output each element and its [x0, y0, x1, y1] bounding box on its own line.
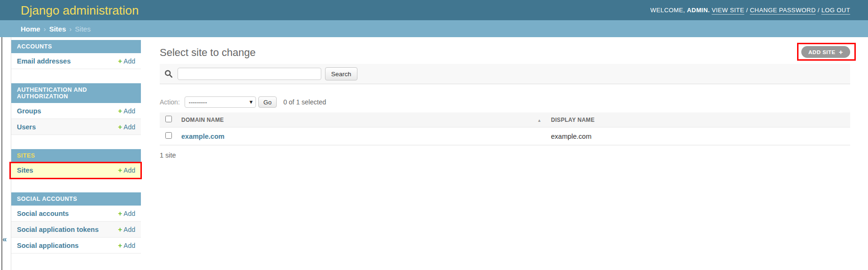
view-site-link[interactable]: VIEW SITE: [712, 7, 744, 14]
plus-icon: +: [118, 57, 122, 65]
sidebar-item-groups: Groups+Add: [11, 103, 141, 119]
model-link-social-accounts[interactable]: Social accounts: [17, 210, 69, 217]
sidebar-module-authentication-and-authorization: AUTHENTICATION AND AUTHORIZATIONGroups+A…: [11, 83, 141, 135]
main-content: Select site to change ADD SITE + Search …: [141, 37, 868, 270]
sidebar-item-social-accounts: Social accounts+Add: [11, 206, 141, 222]
add-link-social-application-tokens[interactable]: +Add: [118, 225, 135, 233]
plus-icon: +: [118, 241, 122, 249]
result-count: 1 site: [160, 151, 850, 159]
model-link-sites[interactable]: Sites: [17, 167, 33, 174]
app-header: Django administration WELCOME, ADMIN. VI…: [0, 0, 868, 20]
breadcrumb-sites-app[interactable]: Sites: [49, 25, 66, 33]
column-header-domain-name[interactable]: DOMAIN NAME ▲: [177, 112, 546, 127]
module-header-social-accounts: SOCIAL ACCOUNTS: [11, 192, 141, 206]
change-password-link[interactable]: CHANGE PASSWORD: [750, 7, 816, 14]
welcome-label: WELCOME,: [651, 7, 685, 14]
log-out-link[interactable]: LOG OUT: [822, 7, 850, 14]
actions-row: Action: --------- ▾ Go 0 of 1 selected: [160, 96, 850, 108]
add-site-button[interactable]: ADD SITE +: [801, 46, 850, 58]
sidebar-toggle-rail: «: [0, 37, 11, 270]
plus-icon: +: [118, 209, 122, 217]
sidebar-module-sites: SITESSites+Add: [11, 149, 141, 178]
model-link-users[interactable]: Users: [17, 123, 36, 131]
display-name-cell: example.com: [546, 127, 850, 145]
sidebar-collapse-icon[interactable]: «: [2, 235, 7, 243]
search-icon: [164, 70, 173, 78]
breadcrumb: Home › Sites › Sites: [0, 20, 868, 37]
add-site-label: ADD SITE: [808, 49, 836, 55]
sidebar-module-social-accounts: SOCIAL ACCOUNTSSocial accounts+AddSocial…: [11, 192, 141, 254]
sidebar-item-sites: Sites+Add: [11, 162, 141, 178]
add-link-sites[interactable]: +Add: [118, 166, 135, 174]
model-link-email-addresses[interactable]: Email addresses: [17, 57, 70, 65]
domain-name-cell: example.com: [177, 127, 546, 145]
sidebar-item-social-applications: Social applications+Add: [11, 238, 141, 254]
domain-name-link[interactable]: example.com: [181, 133, 225, 140]
action-label: Action:: [160, 98, 180, 106]
select-all-checkbox[interactable]: [165, 116, 172, 122]
user-tools: WELCOME, ADMIN. VIEW SITE/CHANGE PASSWOR…: [651, 7, 850, 14]
action-select[interactable]: ---------: [185, 96, 256, 108]
page-title: Select site to change: [160, 47, 256, 58]
nav-sidebar: ACCOUNTSEmail addresses+AddAUTHENTICATIO…: [11, 37, 141, 270]
plus-icon: +: [839, 48, 843, 56]
table-header-row: DOMAIN NAME ▲ DISPLAY NAME: [160, 112, 850, 127]
module-header-accounts: ACCOUNTS: [11, 40, 141, 53]
object-tools: ADD SITE +: [801, 46, 850, 58]
add-link-social-applications[interactable]: +Add: [118, 241, 135, 249]
action-counter: 0 of 1 selected: [283, 98, 326, 106]
table-row: example.comexample.com: [160, 127, 850, 145]
plus-icon: +: [118, 107, 122, 115]
breadcrumb-separator: ›: [70, 25, 72, 33]
sidebar-item-users: Users+Add: [11, 119, 141, 135]
column-header-display-name[interactable]: DISPLAY NAME: [546, 112, 850, 127]
username: ADMIN.: [687, 7, 710, 14]
row-checkbox-cell: [160, 127, 177, 145]
model-link-social-applications[interactable]: Social applications: [17, 242, 78, 249]
sidebar-item-social-application-tokens: Social application tokens+Add: [11, 222, 141, 238]
site-title-link[interactable]: Django administration: [21, 4, 139, 16]
select-all-header-cell: [160, 112, 177, 127]
result-table: DOMAIN NAME ▲ DISPLAY NAME example.comex…: [160, 112, 850, 145]
breadcrumb-separator: ›: [44, 25, 46, 33]
module-header-authentication-and-authorization: AUTHENTICATION AND AUTHORIZATION: [11, 83, 141, 103]
plus-icon: +: [118, 123, 122, 131]
add-link-users[interactable]: +Add: [118, 123, 135, 131]
row-checkbox[interactable]: [165, 132, 172, 139]
search-button[interactable]: Search: [325, 67, 357, 80]
add-link-email-addresses[interactable]: +Add: [118, 57, 135, 65]
model-link-social-application-tokens[interactable]: Social application tokens: [17, 226, 99, 233]
model-link-groups[interactable]: Groups: [17, 107, 41, 115]
search-toolbar: Search: [160, 64, 850, 84]
search-input[interactable]: [178, 68, 321, 80]
breadcrumb-home[interactable]: Home: [21, 25, 40, 33]
plus-icon: +: [118, 166, 122, 174]
user-tools-separator: /: [818, 7, 820, 14]
plus-icon: +: [118, 225, 122, 233]
module-header-sites: SITES: [11, 149, 141, 162]
sidebar-item-email-addresses: Email addresses+Add: [11, 53, 141, 69]
user-tools-separator: /: [746, 7, 748, 14]
breadcrumb-current: Sites: [75, 25, 91, 33]
add-link-social-accounts[interactable]: +Add: [118, 209, 135, 217]
page-body: « ACCOUNTSEmail addresses+AddAUTHENTICAT…: [0, 37, 868, 270]
go-button[interactable]: Go: [258, 96, 277, 108]
sort-ascending-icon[interactable]: ▲: [537, 118, 542, 123]
sidebar-module-accounts: ACCOUNTSEmail addresses+Add: [11, 40, 141, 69]
add-link-groups[interactable]: +Add: [118, 107, 135, 115]
